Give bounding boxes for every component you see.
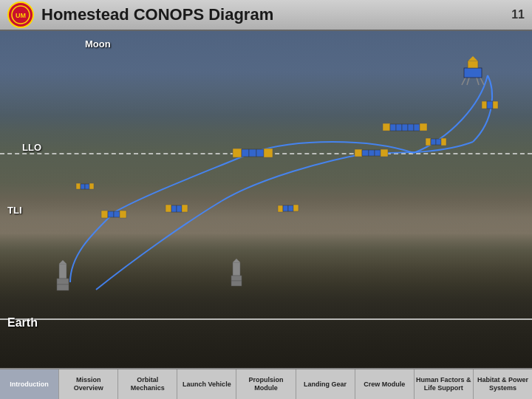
svg-rect-44 bbox=[487, 101, 493, 109]
svg-rect-5 bbox=[57, 284, 69, 290]
llo-label: LLO bbox=[22, 142, 41, 153]
svg-rect-11 bbox=[101, 211, 108, 218]
svg-rect-49 bbox=[89, 183, 94, 189]
svg-rect-21 bbox=[362, 150, 369, 156]
nav-item-propulsion-module[interactable]: Propulsion Module bbox=[236, 369, 296, 399]
svg-rect-9 bbox=[231, 281, 242, 286]
svg-rect-45 bbox=[493, 101, 498, 109]
svg-rect-53 bbox=[182, 205, 188, 212]
svg-rect-17 bbox=[249, 149, 256, 157]
svg-rect-54 bbox=[278, 205, 283, 212]
svg-rect-47 bbox=[81, 184, 85, 189]
nav-item-human-factors[interactable]: Human Factors & Life Support bbox=[415, 369, 474, 399]
svg-rect-19 bbox=[264, 149, 273, 157]
svg-rect-3 bbox=[59, 264, 66, 279]
svg-rect-56 bbox=[288, 205, 293, 211]
svg-rect-29 bbox=[464, 68, 482, 78]
page-title: Homestead CONOPS Diagram bbox=[41, 5, 511, 24]
svg-line-25 bbox=[462, 78, 466, 85]
svg-marker-10 bbox=[233, 259, 240, 262]
svg-rect-13 bbox=[114, 211, 120, 217]
bottom-navigation: Introduction Mission Overview Orbital Me… bbox=[0, 368, 532, 399]
svg-rect-12 bbox=[108, 211, 114, 217]
svg-rect-22 bbox=[369, 150, 375, 156]
svg-rect-24 bbox=[381, 149, 388, 157]
svg-rect-35 bbox=[441, 138, 446, 146]
svg-rect-15 bbox=[233, 149, 242, 157]
svg-rect-52 bbox=[177, 205, 182, 212]
diagram-area: Moon LLO TLI Earth bbox=[0, 31, 532, 368]
svg-rect-55 bbox=[283, 205, 288, 211]
moon-label: Moon bbox=[85, 38, 111, 50]
svg-rect-7 bbox=[233, 262, 240, 276]
svg-rect-8 bbox=[231, 276, 242, 281]
nav-item-habitat[interactable]: Habitat & Power Systems bbox=[474, 369, 532, 399]
svg-rect-42 bbox=[420, 123, 427, 131]
svg-rect-32 bbox=[426, 138, 431, 146]
svg-rect-4 bbox=[57, 279, 69, 284]
svg-rect-51 bbox=[171, 205, 177, 212]
svg-rect-46 bbox=[76, 183, 81, 189]
svg-text:UM: UM bbox=[16, 12, 26, 19]
svg-line-26 bbox=[480, 78, 484, 85]
svg-marker-31 bbox=[468, 56, 477, 61]
svg-rect-36 bbox=[383, 123, 390, 131]
slide-number: 11 bbox=[511, 8, 525, 21]
nav-item-introduction[interactable]: Introduction bbox=[0, 369, 59, 399]
svg-rect-41 bbox=[414, 124, 420, 131]
mission-diagram bbox=[0, 31, 532, 337]
nav-item-launch-vehicle[interactable]: Launch Vehicle bbox=[177, 369, 236, 399]
svg-rect-18 bbox=[256, 149, 264, 157]
svg-line-27 bbox=[467, 78, 469, 85]
svg-rect-43 bbox=[482, 101, 487, 109]
svg-rect-38 bbox=[396, 124, 402, 131]
svg-line-28 bbox=[477, 78, 479, 85]
svg-rect-34 bbox=[436, 139, 441, 145]
earth-label: Earth bbox=[7, 316, 38, 330]
svg-rect-57 bbox=[293, 205, 299, 211]
svg-rect-23 bbox=[375, 150, 381, 156]
nav-item-mission-overview[interactable]: Mission Overview bbox=[59, 369, 118, 399]
svg-marker-6 bbox=[59, 260, 66, 264]
svg-rect-48 bbox=[85, 184, 89, 189]
svg-rect-39 bbox=[402, 124, 408, 131]
tli-label: TLI bbox=[7, 205, 22, 216]
nav-item-landing-gear[interactable]: Landing Gear bbox=[296, 369, 355, 399]
university-logo: UM bbox=[7, 1, 34, 28]
svg-rect-16 bbox=[242, 149, 249, 157]
header: UM Homestead CONOPS Diagram 11 bbox=[0, 0, 532, 31]
nav-item-orbital-mechanics[interactable]: Orbital Mechanics bbox=[118, 369, 177, 399]
svg-rect-50 bbox=[166, 205, 171, 212]
svg-rect-14 bbox=[120, 211, 126, 218]
nav-item-crew-module[interactable]: Crew Module bbox=[355, 369, 415, 399]
svg-rect-20 bbox=[355, 149, 362, 157]
svg-rect-40 bbox=[408, 124, 414, 131]
svg-rect-33 bbox=[431, 139, 436, 145]
svg-rect-30 bbox=[468, 61, 478, 68]
svg-rect-37 bbox=[390, 124, 396, 131]
